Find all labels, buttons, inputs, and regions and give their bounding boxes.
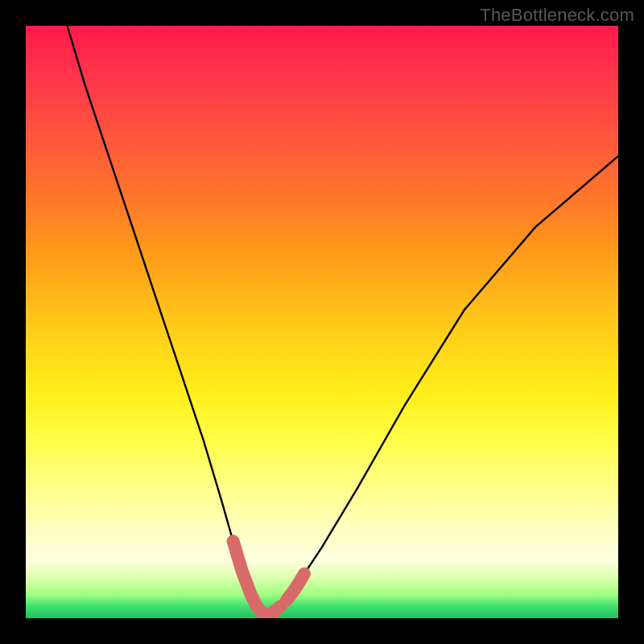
plot-area [26,26,618,618]
curve-layer [26,26,618,618]
highlight-bottom [257,606,281,614]
bottleneck-curve [68,26,619,615]
highlight-left [233,541,257,606]
highlight-right [287,574,304,601]
chart-frame: TheBottleneck.com [0,0,644,644]
watermark-text: TheBottleneck.com [480,5,634,26]
